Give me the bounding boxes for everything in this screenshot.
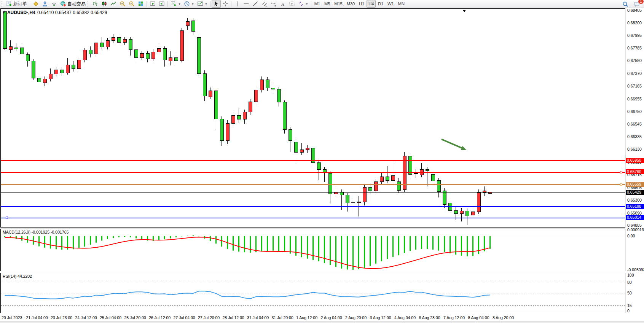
candle-body xyxy=(408,156,412,174)
x-axis-label: 24 Jul 12:00 xyxy=(75,315,97,320)
new-chart-icon xyxy=(171,1,177,7)
rsi-label: RSI(14) 44.2202 xyxy=(3,274,32,278)
candle-body xyxy=(186,21,189,25)
macd-histogram-bar xyxy=(90,236,91,245)
candle-body xyxy=(254,90,258,102)
new-chart-button[interactable]: ▼ xyxy=(169,0,182,8)
zoom-in-button[interactable] xyxy=(118,0,127,8)
timeframe-button-h1[interactable]: H1 xyxy=(357,0,366,8)
crosshair-tool-button[interactable] xyxy=(221,0,230,8)
text-tool-button[interactable]: A xyxy=(278,0,287,8)
auto-scroll-button[interactable] xyxy=(148,0,157,8)
candle-body xyxy=(346,195,349,203)
timeframe-button-m1[interactable]: M1 xyxy=(312,0,322,8)
periods-button[interactable]: ▼ xyxy=(182,0,196,8)
price-axis[interactable]: 0.684050.682000.679950.677850.675800.673… xyxy=(626,0,644,323)
x-axis-label: 6 Aug 23:00 xyxy=(419,315,440,320)
chart-shift-button[interactable] xyxy=(157,0,166,8)
timeframe-button-mn[interactable]: MN xyxy=(396,0,406,8)
price-tick-label: 0.67995 xyxy=(627,33,642,38)
candle-body xyxy=(380,177,383,182)
candle-body xyxy=(454,210,457,213)
trendline-icon xyxy=(252,1,258,7)
arrows-tool-button[interactable]: ▼ xyxy=(296,0,310,8)
rsi-axis-label: 15 xyxy=(627,303,632,308)
macd-histogram-bar xyxy=(44,236,45,248)
candle-body xyxy=(306,148,309,150)
macd-axis-label: 0.000913 xyxy=(627,228,644,232)
candle-body xyxy=(209,91,212,97)
macd-histogram-bar xyxy=(267,236,268,251)
tile-windows-button[interactable] xyxy=(136,0,145,8)
x-axis-label: 7 Aug 12:00 xyxy=(443,315,465,320)
timeframe-button-w1[interactable]: W1 xyxy=(386,0,396,8)
fibonacci-tool-button[interactable]: F xyxy=(269,0,278,8)
date-axis[interactable]: 20 Jul 202321 Jul 04:0023 Jul 23:0024 Ju… xyxy=(0,315,626,320)
tile-windows-icon xyxy=(138,1,144,7)
signals-button[interactable] xyxy=(49,0,59,8)
new-order-button[interactable]: 新订单 xyxy=(5,0,29,8)
candle-body xyxy=(203,73,206,96)
price-tick-label: 0.65090 xyxy=(627,211,642,215)
gold-icon xyxy=(33,1,39,7)
macd-histogram-bar xyxy=(364,236,365,268)
timeframe-button-m30[interactable]: M30 xyxy=(345,0,357,8)
macd-histogram-bar xyxy=(284,236,285,252)
accounts-button[interactable] xyxy=(40,0,49,8)
x-axis-label: 28 Jul 12:00 xyxy=(223,315,244,320)
rsi-canvas[interactable] xyxy=(1,273,625,313)
autotrading-button[interactable]: 自动交易 xyxy=(59,0,87,8)
zoom-out-button[interactable] xyxy=(127,0,136,8)
timeframe-button-h4[interactable]: H4 xyxy=(367,0,376,8)
rsi-indicator-pane[interactable]: RSI(14) 44.2202 xyxy=(0,273,625,313)
arrow-annotation-shaft[interactable] xyxy=(442,139,462,148)
candle-body xyxy=(32,61,35,78)
vertical-line-tool-button[interactable] xyxy=(233,0,242,8)
text-label-tool-button[interactable]: T xyxy=(287,0,296,8)
hline-handle[interactable] xyxy=(620,183,622,185)
chart-shift-marker[interactable] xyxy=(463,10,466,12)
main-chart-canvas[interactable] xyxy=(1,9,625,227)
macd-axis-label: -0.005093 xyxy=(627,267,644,272)
line-chart-button[interactable] xyxy=(109,0,118,8)
horizontal-line-tool-button[interactable] xyxy=(242,0,251,8)
price-line-label-0.65950: 0.65950 xyxy=(626,158,644,163)
timeframe-button-d1[interactable]: D1 xyxy=(376,0,385,8)
timeframe-button-m5[interactable]: M5 xyxy=(322,0,332,8)
x-axis-label: 4 Aug 04:00 xyxy=(394,315,416,320)
indicators-button[interactable]: ▼ xyxy=(196,0,209,8)
macd-histogram-bar xyxy=(438,236,439,250)
macd-histogram-bar xyxy=(113,236,114,238)
chart-menu-caret-icon[interactable]: ▼ xyxy=(2,11,5,14)
trendline-tool-button[interactable] xyxy=(251,0,260,8)
candle-body xyxy=(443,191,446,204)
macd-histogram-bar xyxy=(187,235,188,236)
bar-chart-icon xyxy=(92,1,98,7)
timeframe-button-m15[interactable]: M15 xyxy=(332,0,344,8)
candle-body xyxy=(106,40,109,47)
candlestick-icon xyxy=(101,1,107,7)
cursor-tool-button[interactable] xyxy=(212,0,221,8)
price-tick-label: 0.68200 xyxy=(627,21,642,25)
x-axis-label: 31 Jul 04:00 xyxy=(247,315,269,320)
candle-body xyxy=(477,193,480,212)
candle-body xyxy=(49,74,52,79)
x-axis-label: 1 Aug 12:00 xyxy=(296,315,317,320)
clock-icon xyxy=(184,1,190,7)
candlestick-chart-button[interactable] xyxy=(100,0,109,8)
bar-chart-button[interactable] xyxy=(91,0,100,8)
macd-histogram-bar xyxy=(233,236,234,250)
hline-handle[interactable] xyxy=(620,171,622,173)
macd-canvas[interactable] xyxy=(1,229,625,271)
market-watch-button[interactable] xyxy=(31,0,40,8)
hline-handle[interactable] xyxy=(6,217,8,219)
candle-body xyxy=(391,175,395,180)
candle-body xyxy=(283,102,286,130)
zoom-out-icon xyxy=(129,1,135,7)
macd-indicator-pane[interactable]: MACD(12,26,9) -0.001925 -0.001765 xyxy=(0,229,625,271)
candle-body xyxy=(43,79,46,83)
fibonacci-icon: F xyxy=(271,1,277,7)
main-chart-pane[interactable] xyxy=(0,8,625,228)
macd-histogram-bar xyxy=(415,236,416,250)
channel-tool-button[interactable]: E xyxy=(260,0,269,8)
